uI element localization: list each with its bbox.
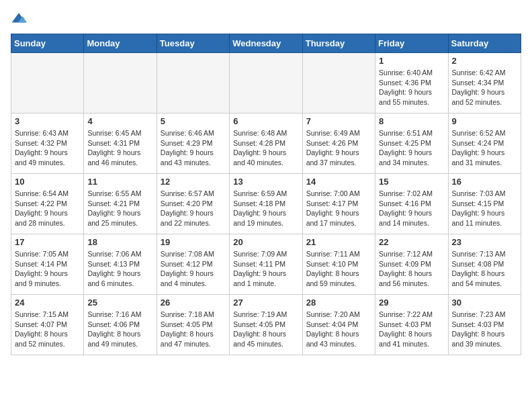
day-number: 3 xyxy=(15,116,80,126)
day-info: Sunrise: 6:57 AM Sunset: 4:20 PM Dayligh… xyxy=(161,189,226,228)
day-info: Sunrise: 7:15 AM Sunset: 4:07 PM Dayligh… xyxy=(15,310,80,349)
day-number: 8 xyxy=(379,116,444,126)
day-info: Sunrise: 7:02 AM Sunset: 4:16 PM Dayligh… xyxy=(379,189,444,228)
calendar-cell: 17Sunrise: 7:05 AM Sunset: 4:14 PM Dayli… xyxy=(11,234,84,295)
calendar-cell: 22Sunrise: 7:12 AM Sunset: 4:09 PM Dayli… xyxy=(375,234,448,295)
weekday-header-friday: Friday xyxy=(375,34,448,53)
calendar-cell: 23Sunrise: 7:13 AM Sunset: 4:08 PM Dayli… xyxy=(448,234,521,295)
day-info: Sunrise: 6:55 AM Sunset: 4:21 PM Dayligh… xyxy=(87,189,152,228)
day-number: 28 xyxy=(306,298,371,308)
day-info: Sunrise: 6:42 AM Sunset: 4:34 PM Dayligh… xyxy=(452,68,517,107)
calendar-cell: 20Sunrise: 7:09 AM Sunset: 4:11 PM Dayli… xyxy=(230,234,302,295)
day-info: Sunrise: 7:13 AM Sunset: 4:08 PM Dayligh… xyxy=(452,249,517,289)
calendar-cell: 5Sunrise: 6:46 AM Sunset: 4:29 PM Daylig… xyxy=(157,113,229,174)
day-number: 21 xyxy=(306,237,371,247)
calendar-cell: 7Sunrise: 6:49 AM Sunset: 4:26 PM Daylig… xyxy=(302,113,375,174)
day-number: 5 xyxy=(161,116,226,126)
day-number: 11 xyxy=(87,177,152,187)
calendar-cell: 25Sunrise: 7:16 AM Sunset: 4:06 PM Dayli… xyxy=(84,295,157,355)
calendar-week-0: 1Sunrise: 6:40 AM Sunset: 4:36 PM Daylig… xyxy=(11,53,521,113)
day-info: Sunrise: 7:03 AM Sunset: 4:15 PM Dayligh… xyxy=(452,189,517,228)
calendar-cell xyxy=(230,53,302,113)
day-number: 29 xyxy=(379,298,444,308)
day-number: 27 xyxy=(233,298,298,308)
day-info: Sunrise: 6:43 AM Sunset: 4:32 PM Dayligh… xyxy=(15,128,80,168)
day-number: 6 xyxy=(233,116,298,126)
day-number: 7 xyxy=(306,116,371,126)
day-info: Sunrise: 6:51 AM Sunset: 4:25 PM Dayligh… xyxy=(379,128,444,168)
day-info: Sunrise: 7:18 AM Sunset: 4:05 PM Dayligh… xyxy=(161,310,226,349)
logo xyxy=(11,11,30,27)
calendar-cell: 8Sunrise: 6:51 AM Sunset: 4:25 PM Daylig… xyxy=(375,113,448,174)
day-number: 22 xyxy=(379,237,444,247)
calendar-cell: 30Sunrise: 7:23 AM Sunset: 4:03 PM Dayli… xyxy=(448,295,521,355)
calendar-cell: 14Sunrise: 7:00 AM Sunset: 4:17 PM Dayli… xyxy=(302,174,375,234)
day-number: 1 xyxy=(379,56,444,66)
day-info: Sunrise: 7:16 AM Sunset: 4:06 PM Dayligh… xyxy=(87,310,152,349)
calendar-cell: 6Sunrise: 6:48 AM Sunset: 4:28 PM Daylig… xyxy=(230,113,302,174)
calendar-cell: 15Sunrise: 7:02 AM Sunset: 4:16 PM Dayli… xyxy=(375,174,448,234)
day-number: 20 xyxy=(233,237,298,247)
day-info: Sunrise: 7:00 AM Sunset: 4:17 PM Dayligh… xyxy=(306,189,371,228)
calendar-week-2: 10Sunrise: 6:54 AM Sunset: 4:22 PM Dayli… xyxy=(11,174,521,234)
calendar-cell xyxy=(84,53,157,113)
calendar-cell xyxy=(157,53,229,113)
weekday-header-thursday: Thursday xyxy=(302,34,375,53)
calendar-cell: 27Sunrise: 7:19 AM Sunset: 4:05 PM Dayli… xyxy=(230,295,302,355)
day-number: 14 xyxy=(306,177,371,187)
calendar-cell: 9Sunrise: 6:52 AM Sunset: 4:24 PM Daylig… xyxy=(448,113,521,174)
calendar-cell xyxy=(11,53,84,113)
day-info: Sunrise: 7:09 AM Sunset: 4:11 PM Dayligh… xyxy=(233,249,298,289)
day-number: 24 xyxy=(15,298,80,308)
day-info: Sunrise: 7:23 AM Sunset: 4:03 PM Dayligh… xyxy=(452,310,517,349)
day-number: 19 xyxy=(161,237,226,247)
day-info: Sunrise: 6:45 AM Sunset: 4:31 PM Dayligh… xyxy=(87,128,152,168)
calendar-cell: 24Sunrise: 7:15 AM Sunset: 4:07 PM Dayli… xyxy=(11,295,84,355)
calendar-cell: 3Sunrise: 6:43 AM Sunset: 4:32 PM Daylig… xyxy=(11,113,84,174)
day-info: Sunrise: 7:08 AM Sunset: 4:12 PM Dayligh… xyxy=(161,249,226,289)
calendar-cell: 4Sunrise: 6:45 AM Sunset: 4:31 PM Daylig… xyxy=(84,113,157,174)
day-number: 30 xyxy=(452,298,517,308)
weekday-header-wednesday: Wednesday xyxy=(230,34,302,53)
day-number: 12 xyxy=(161,177,226,187)
day-number: 25 xyxy=(87,298,152,308)
calendar-cell: 10Sunrise: 6:54 AM Sunset: 4:22 PM Dayli… xyxy=(11,174,84,234)
weekday-header-sunday: Sunday xyxy=(11,34,84,53)
weekday-header-saturday: Saturday xyxy=(448,34,521,53)
day-number: 17 xyxy=(15,237,80,247)
day-info: Sunrise: 7:20 AM Sunset: 4:04 PM Dayligh… xyxy=(306,310,371,349)
day-number: 16 xyxy=(452,177,517,187)
day-number: 2 xyxy=(452,56,517,66)
calendar-cell: 2Sunrise: 6:42 AM Sunset: 4:34 PM Daylig… xyxy=(448,53,521,113)
calendar-cell: 16Sunrise: 7:03 AM Sunset: 4:15 PM Dayli… xyxy=(448,174,521,234)
page-header xyxy=(11,11,521,27)
day-info: Sunrise: 7:06 AM Sunset: 4:13 PM Dayligh… xyxy=(87,249,152,289)
weekday-header-tuesday: Tuesday xyxy=(157,34,229,53)
day-number: 23 xyxy=(452,237,517,247)
calendar-cell: 18Sunrise: 7:06 AM Sunset: 4:13 PM Dayli… xyxy=(84,234,157,295)
weekday-header-row: SundayMondayTuesdayWednesdayThursdayFrid… xyxy=(11,34,521,53)
day-number: 9 xyxy=(452,116,517,126)
logo-icon xyxy=(11,11,27,27)
calendar-cell: 13Sunrise: 6:59 AM Sunset: 4:18 PM Dayli… xyxy=(230,174,302,234)
day-number: 15 xyxy=(379,177,444,187)
calendar-body: 1Sunrise: 6:40 AM Sunset: 4:36 PM Daylig… xyxy=(11,53,521,355)
calendar-table: SundayMondayTuesdayWednesdayThursdayFrid… xyxy=(11,34,521,355)
day-info: Sunrise: 6:54 AM Sunset: 4:22 PM Dayligh… xyxy=(15,189,80,228)
calendar-header: SundayMondayTuesdayWednesdayThursdayFrid… xyxy=(11,34,521,53)
day-info: Sunrise: 6:46 AM Sunset: 4:29 PM Dayligh… xyxy=(161,128,226,168)
calendar-cell: 1Sunrise: 6:40 AM Sunset: 4:36 PM Daylig… xyxy=(375,53,448,113)
weekday-header-monday: Monday xyxy=(84,34,157,53)
day-info: Sunrise: 7:11 AM Sunset: 4:10 PM Dayligh… xyxy=(306,249,371,289)
day-number: 18 xyxy=(87,237,152,247)
calendar-week-1: 3Sunrise: 6:43 AM Sunset: 4:32 PM Daylig… xyxy=(11,113,521,174)
day-info: Sunrise: 6:48 AM Sunset: 4:28 PM Dayligh… xyxy=(233,128,298,168)
day-info: Sunrise: 6:49 AM Sunset: 4:26 PM Dayligh… xyxy=(306,128,371,168)
calendar-cell: 21Sunrise: 7:11 AM Sunset: 4:10 PM Dayli… xyxy=(302,234,375,295)
day-number: 4 xyxy=(87,116,152,126)
calendar-cell: 19Sunrise: 7:08 AM Sunset: 4:12 PM Dayli… xyxy=(157,234,229,295)
calendar-cell: 28Sunrise: 7:20 AM Sunset: 4:04 PM Dayli… xyxy=(302,295,375,355)
calendar-week-3: 17Sunrise: 7:05 AM Sunset: 4:14 PM Dayli… xyxy=(11,234,521,295)
day-info: Sunrise: 6:40 AM Sunset: 4:36 PM Dayligh… xyxy=(379,68,444,107)
day-info: Sunrise: 6:59 AM Sunset: 4:18 PM Dayligh… xyxy=(233,189,298,228)
